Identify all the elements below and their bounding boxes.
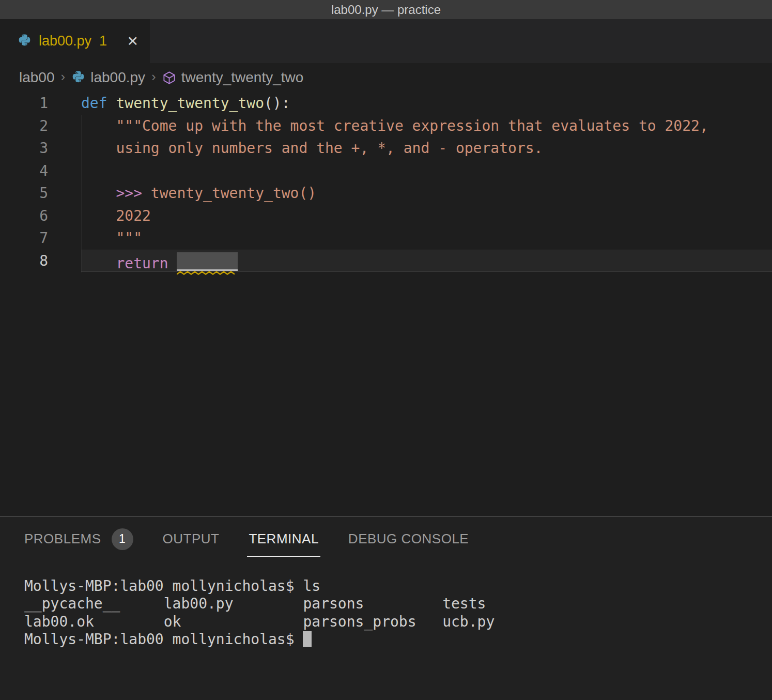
code-token: twenty_twenty_two bbox=[116, 95, 264, 112]
terminal-line: Mollys-MBP:lab00 mollynicholas$ bbox=[24, 631, 772, 648]
line-number[interactable]: 4 bbox=[0, 160, 81, 182]
line-number[interactable]: 2 bbox=[0, 115, 81, 138]
window-title: lab00.py — practice bbox=[331, 3, 441, 17]
code-token bbox=[81, 230, 116, 247]
terminal-text: Mollys-MBP:lab00 mollynicholas$ bbox=[24, 631, 303, 648]
code-token: def bbox=[81, 95, 107, 112]
code-token: twenty_twenty_two() bbox=[142, 185, 316, 202]
code-line-6[interactable]: 6 2022 bbox=[0, 205, 772, 227]
titlebar: lab00.py — practice bbox=[0, 0, 772, 19]
problems-count-badge: 1 bbox=[112, 528, 133, 550]
panel-tab-debug-console[interactable]: DEBUG CONSOLE bbox=[348, 517, 469, 561]
line-number[interactable]: 6 bbox=[0, 205, 81, 227]
code-token: """ bbox=[116, 230, 142, 247]
code-token bbox=[81, 140, 116, 157]
code-line-8[interactable]: 8 return bbox=[0, 250, 772, 272]
vscode-window: lab00.py — practice lab00.py 1 ✕ lab00 › bbox=[0, 0, 772, 700]
code-token: (): bbox=[264, 95, 290, 112]
python-icon bbox=[18, 34, 32, 48]
terminal-line: __pycache__ lab00.py parsons tests bbox=[24, 595, 772, 613]
code-line-3[interactable]: 3 using only numbers and the +, *, and -… bbox=[0, 137, 772, 160]
code-token: >>> bbox=[116, 185, 142, 202]
code-line-text: def twenty_twenty_two(): bbox=[81, 92, 772, 115]
terminal-line: Mollys-MBP:lab00 mollynicholas$ ls bbox=[24, 577, 772, 595]
bottom-panel: PROBLEMS1OUTPUTTERMINALDEBUG CONSOLE Mol… bbox=[0, 516, 772, 700]
tab-lab00-py[interactable]: lab00.py 1 ✕ bbox=[0, 19, 150, 63]
code-token: return bbox=[116, 255, 168, 272]
code-token bbox=[168, 255, 177, 272]
terminal-line: lab00.ok ok parsons_probs ucb.py bbox=[24, 613, 772, 631]
selected-placeholder-box[interactable] bbox=[177, 252, 238, 271]
panel-tab-output[interactable]: OUTPUT bbox=[163, 517, 220, 561]
panel-tab-bar[interactable]: PROBLEMS1OUTPUTTERMINALDEBUG CONSOLE bbox=[0, 517, 772, 561]
code-line-2[interactable]: 2 """Come up with the most creative expr… bbox=[0, 115, 772, 138]
panel-tab-problems[interactable]: PROBLEMS1 bbox=[24, 517, 133, 561]
panel-tab-label: TERMINAL bbox=[249, 531, 318, 547]
code-lines: 1def twenty_twenty_two():2 """Come up wi… bbox=[0, 92, 772, 272]
code-token bbox=[81, 255, 116, 272]
code-line-text: """Come up with the most creative expres… bbox=[81, 115, 772, 138]
indent-guide bbox=[82, 115, 82, 272]
code-line-text: using only numbers and the +, *, and - o… bbox=[81, 137, 772, 160]
close-icon[interactable]: ✕ bbox=[127, 33, 138, 50]
code-token: using only numbers and the +, *, and - o… bbox=[116, 140, 543, 157]
code-line-5[interactable]: 5 >>> twenty_twenty_two() bbox=[0, 182, 772, 205]
line-number[interactable]: 3 bbox=[0, 137, 81, 160]
terminal-text: lab00.ok ok parsons_probs ucb.py bbox=[24, 613, 495, 630]
code-editor[interactable]: 1def twenty_twenty_two():2 """Come up wi… bbox=[0, 92, 772, 516]
chevron-right-icon: › bbox=[151, 69, 156, 85]
breadcrumb-file-label: lab00.py bbox=[90, 69, 145, 86]
code-line-text: >>> twenty_twenty_two() bbox=[81, 182, 772, 205]
panel-tab-label: DEBUG CONSOLE bbox=[348, 531, 469, 547]
code-token bbox=[107, 95, 116, 112]
chevron-right-icon: › bbox=[61, 69, 66, 85]
code-line-4[interactable]: 4 bbox=[0, 160, 772, 182]
editor-tab-bar[interactable]: lab00.py 1 ✕ bbox=[0, 19, 772, 63]
breadcrumb-file[interactable]: lab00.py bbox=[71, 69, 145, 86]
panel-tab-terminal[interactable]: TERMINAL bbox=[249, 517, 318, 561]
line-number[interactable]: 1 bbox=[0, 92, 81, 115]
breadcrumb-folder[interactable]: lab00 bbox=[19, 69, 55, 86]
code-line-text: return bbox=[81, 250, 772, 272]
terminal-cursor bbox=[303, 631, 312, 647]
code-token bbox=[81, 207, 116, 224]
line-number[interactable]: 7 bbox=[0, 227, 81, 250]
breadcrumb-folder-label: lab00 bbox=[19, 69, 55, 86]
terminal[interactable]: Mollys-MBP:lab00 mollynicholas$ ls__pyca… bbox=[0, 561, 772, 648]
panel-tab-label: OUTPUT bbox=[163, 531, 220, 547]
tab-problem-count: 1 bbox=[99, 33, 107, 49]
breadcrumb-symbol-label: twenty_twenty_two bbox=[181, 69, 304, 86]
python-icon bbox=[71, 71, 85, 85]
terminal-text: __pycache__ lab00.py parsons tests bbox=[24, 595, 486, 612]
line-number[interactable]: 5 bbox=[0, 182, 81, 205]
breadcrumb: lab00 › lab00.py › twenty_twenty_two bbox=[0, 63, 772, 92]
code-line-text: """ bbox=[81, 227, 772, 250]
code-line-7[interactable]: 7 """ bbox=[0, 227, 772, 250]
line-number[interactable]: 8 bbox=[0, 250, 81, 272]
code-token: 2022 bbox=[116, 207, 150, 224]
code-line-1[interactable]: 1def twenty_twenty_two(): bbox=[0, 92, 772, 115]
breadcrumb-symbol[interactable]: twenty_twenty_two bbox=[162, 69, 304, 86]
code-line-text bbox=[81, 160, 772, 182]
code-token bbox=[81, 185, 116, 202]
code-line-text: 2022 bbox=[81, 205, 772, 227]
code-token: """Come up with the most creative expres… bbox=[116, 117, 708, 134]
code-token bbox=[81, 117, 116, 134]
terminal-text: Mollys-MBP:lab00 mollynicholas$ ls bbox=[24, 577, 320, 595]
symbol-namespace-cube-icon bbox=[162, 71, 176, 85]
panel-tab-label: PROBLEMS bbox=[24, 531, 101, 547]
tab-label: lab00.py bbox=[39, 33, 91, 49]
